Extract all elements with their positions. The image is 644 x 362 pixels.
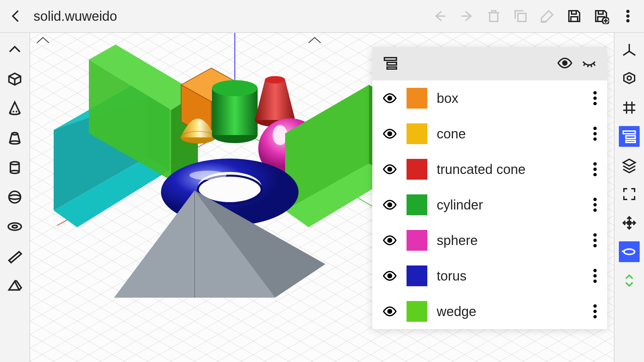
- row-menu-icon[interactable]: [593, 162, 597, 176]
- svg-point-25: [627, 76, 631, 80]
- svg-point-18: [9, 191, 21, 203]
- wedge-tool-button[interactable]: [5, 246, 25, 266]
- object-label: sphere: [437, 233, 584, 248]
- color-swatch: [407, 265, 427, 286]
- svg-rect-32: [626, 140, 635, 142]
- svg-point-88: [388, 310, 392, 313]
- svg-rect-31: [626, 136, 635, 138]
- object-row-torus[interactable]: torus: [372, 258, 607, 294]
- delete-button[interactable]: [484, 7, 503, 25]
- torus-tool-button[interactable]: [5, 217, 25, 237]
- back-button[interactable]: [7, 7, 25, 25]
- axes-view-button[interactable]: [619, 40, 640, 60]
- object-label: torus: [437, 268, 584, 284]
- svg-rect-2: [518, 13, 526, 21]
- svg-line-23: [623, 51, 629, 55]
- grid-toggle-button[interactable]: [619, 97, 640, 118]
- svg-point-86: [388, 239, 392, 242]
- object-row-sphere[interactable]: sphere: [372, 223, 607, 258]
- svg-point-21: [12, 225, 17, 228]
- svg-rect-3: [571, 17, 578, 21]
- svg-point-11: [627, 15, 629, 17]
- box-tool-button[interactable]: [5, 69, 25, 89]
- top-toolbar: solid.wuweido: [0, 0, 644, 33]
- row-menu-icon[interactable]: [593, 269, 597, 283]
- undo-button[interactable]: [431, 7, 449, 25]
- duplicate-button[interactable]: [511, 7, 530, 25]
- row-menu-icon[interactable]: [593, 233, 597, 247]
- object-row-box[interactable]: box: [372, 80, 607, 116]
- svg-point-12: [627, 19, 629, 22]
- row-menu-icon[interactable]: [593, 304, 597, 318]
- object-outline-panel: box cone truncated cone cylinder: [372, 47, 607, 329]
- svg-point-77: [563, 61, 567, 65]
- object-row-cone[interactable]: cone: [372, 116, 607, 152]
- row-menu-icon[interactable]: [593, 127, 597, 141]
- object-label: box: [437, 91, 584, 106]
- user-view-button[interactable]: [619, 68, 640, 89]
- svg-line-81: [594, 64, 595, 66]
- right-toolbar: [614, 33, 644, 362]
- svg-rect-74: [384, 58, 396, 60]
- object-row-cylinder[interactable]: cylinder: [372, 187, 607, 223]
- svg-point-84: [388, 168, 392, 171]
- svg-line-78: [584, 64, 585, 66]
- color-swatch: [407, 301, 427, 322]
- color-swatch: [407, 159, 427, 180]
- svg-line-24: [629, 51, 635, 55]
- svg-rect-4: [572, 11, 576, 14]
- row-menu-icon[interactable]: [593, 91, 597, 105]
- object-row-wedge[interactable]: wedge: [372, 294, 607, 329]
- svg-point-60: [265, 76, 285, 83]
- layers-button[interactable]: [619, 155, 640, 176]
- show-all-icon[interactable]: [557, 55, 573, 72]
- visibility-toggle-icon[interactable]: [382, 91, 397, 106]
- svg-line-79: [588, 65, 588, 67]
- pyramid-tool-button[interactable]: [5, 276, 25, 296]
- visibility-toggle-icon[interactable]: [382, 304, 397, 319]
- overflow-menu-button[interactable]: [619, 7, 637, 25]
- object-row-truncated-cone[interactable]: truncated cone: [372, 152, 607, 187]
- visibility-toggle-icon[interactable]: [382, 233, 397, 248]
- shape-cylinder: [212, 80, 258, 143]
- sphere-tool-button[interactable]: [5, 187, 25, 207]
- fullscreen-button[interactable]: [619, 184, 640, 204]
- visibility-toggle-icon[interactable]: [382, 126, 397, 141]
- save-button[interactable]: [565, 7, 584, 25]
- visibility-toggle-icon[interactable]: [382, 197, 397, 212]
- cylinder-tool-button[interactable]: [5, 158, 25, 178]
- rotate-tool-button[interactable]: [619, 241, 640, 262]
- object-label: wedge: [437, 304, 584, 319]
- truncated-cone-tool-button[interactable]: [5, 128, 25, 148]
- move-tool-button[interactable]: [619, 213, 640, 233]
- edit-button[interactable]: [538, 7, 557, 25]
- cone-tool-button[interactable]: [5, 99, 25, 119]
- svg-point-15: [10, 141, 20, 144]
- color-swatch: [407, 88, 427, 109]
- svg-point-82: [388, 97, 392, 100]
- visibility-toggle-icon[interactable]: [382, 268, 397, 283]
- tree-icon[interactable]: [382, 55, 398, 72]
- collapse-left-icon[interactable]: [5, 40, 25, 60]
- svg-rect-75: [387, 62, 396, 65]
- svg-point-87: [388, 274, 392, 278]
- svg-point-69: [190, 171, 226, 180]
- row-menu-icon[interactable]: [593, 198, 597, 212]
- color-swatch: [407, 230, 427, 251]
- svg-point-83: [388, 132, 392, 136]
- color-swatch: [407, 123, 427, 144]
- hide-all-icon[interactable]: [581, 55, 597, 72]
- save-as-button[interactable]: [592, 7, 610, 25]
- outline-panel-button[interactable]: [619, 126, 640, 147]
- svg-point-19: [9, 195, 21, 199]
- svg-point-14: [12, 133, 17, 135]
- color-swatch: [407, 194, 427, 215]
- left-toolbar: [0, 33, 30, 362]
- svg-point-58: [212, 80, 258, 96]
- svg-point-85: [388, 203, 392, 207]
- svg-point-17: [10, 171, 19, 174]
- object-label: truncated cone: [437, 162, 584, 177]
- scale-tool-button[interactable]: [619, 270, 640, 291]
- redo-button[interactable]: [458, 7, 476, 25]
- visibility-toggle-icon[interactable]: [382, 162, 397, 177]
